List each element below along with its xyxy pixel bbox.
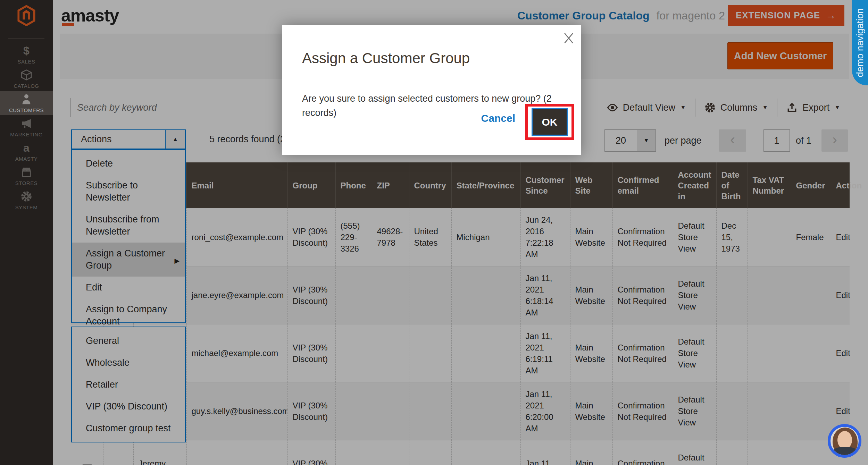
demo-navigation-label: demo navigation bbox=[855, 8, 866, 77]
close-icon[interactable] bbox=[562, 31, 576, 45]
cancel-button[interactable]: Cancel bbox=[481, 112, 515, 124]
app-window: amasty Customer Group Catalog for magent… bbox=[0, 0, 868, 465]
assign-group-modal: Assign a Customer Group Are you sure to … bbox=[282, 25, 581, 155]
chat-widget-avatar[interactable] bbox=[828, 424, 861, 458]
ok-button[interactable]: OK bbox=[532, 108, 568, 136]
demo-navigation-tab[interactable]: demo navigation bbox=[852, 0, 868, 85]
modal-title: Assign a Customer Group bbox=[302, 50, 470, 67]
ok-button-highlight: OK bbox=[525, 104, 574, 140]
